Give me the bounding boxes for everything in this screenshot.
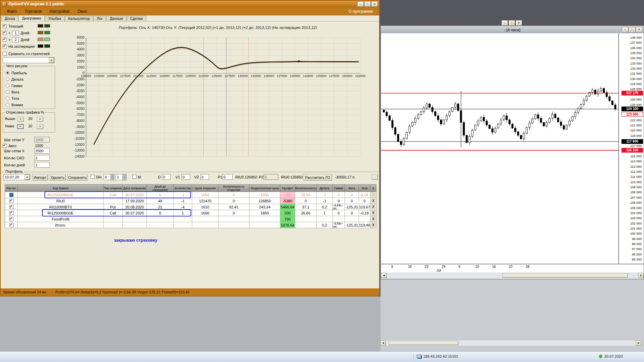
bg-minimize-button[interactable]: – [501,20,508,26]
app-scroll-track[interactable] [386,340,636,346]
portfolio-date-select[interactable]: 10.07.20 ▼ [3,174,30,180]
column-header[interactable]: Тета [359,185,370,192]
row-calc-checkbox[interactable] [9,211,13,215]
bg-maximize-button[interactable]: □ [509,20,515,26]
plus2-checkbox[interactable] [3,38,7,42]
line-color-swatch[interactable] [44,24,50,28]
terminal-maximize-button[interactable]: □ [629,27,635,32]
above-increase-button[interactable]: > [37,117,43,122]
candlestick-chart[interactable] [381,33,618,264]
dh-spinner-1[interactable]: 0 ▲▼ [104,174,114,180]
tab-Сделки[interactable]: Сделки [127,16,146,21]
grid-step-x-input[interactable] [34,148,50,154]
column-header[interactable]: Количество [174,185,192,192]
grid-step-y-input[interactable] [34,137,50,143]
compare-checkbox[interactable] [3,52,7,56]
v2-input[interactable] [200,174,209,180]
minimize-button[interactable]: – [357,1,364,7]
radio-icon[interactable] [6,71,9,75]
save-button[interactable]: Сохранить [67,174,87,180]
below-increase-button[interactable]: > [37,124,43,129]
table-row[interactable]: RIU017.09.202049-11214700126850-53800-10… [5,198,376,204]
scroll-left-button[interactable]: ◄ [381,273,387,278]
import-button[interactable]: Импорт [32,174,48,180]
line-color-swatch[interactable] [38,24,43,28]
current-checkbox[interactable] [3,24,7,28]
v1-input[interactable] [182,174,190,180]
expiration-checkbox[interactable] [3,44,7,48]
table-row[interactable]: FixedProfit790X [5,216,376,222]
draw-option-Тета[interactable]: Тета [3,95,55,102]
payoff-chart[interactable]: -14000-13000-12000-11000-10000-9000-8000… [57,33,378,168]
plus1-checkbox[interactable] [3,31,7,35]
delete-row-button[interactable]: X [370,204,376,210]
column-header[interactable]: Профит [280,185,295,192]
dh-checkbox[interactable] [91,175,95,179]
calc-go-button[interactable]: Рассчитать ГО [303,174,332,180]
menu-about[interactable]: О программе [349,9,373,14]
column-header[interactable]: Дней до погашения [147,185,174,192]
app-h-scrollbar[interactable]: ◄ ► [380,340,641,346]
radio-icon[interactable] [6,84,9,87]
terminal-minimize-button[interactable]: – [622,27,628,32]
column-header[interactable]: Теоретическая цена [249,185,280,192]
scroll-track[interactable] [387,273,638,278]
app-scroll-right-button[interactable]: ► [636,340,641,346]
delete-row-button[interactable]: X [370,210,376,216]
column-header[interactable]: Цена открытия [192,185,218,192]
menu-trade[interactable]: Торговля [25,9,42,14]
draw-option-Вега[interactable]: Вега [3,89,55,95]
plus1-days-input[interactable] [12,31,19,36]
menu-window[interactable]: Окно [78,9,87,14]
d-input[interactable] [162,174,171,180]
column-header[interactable]: Дельта [317,185,333,192]
delete-row-button[interactable]: X [370,192,376,198]
radio-icon[interactable] [6,90,9,94]
draw-option-Гамма[interactable]: Гамма [3,82,55,89]
terminal-close-button[interactable]: ✕ [636,27,642,32]
line-color-swatch[interactable] [38,38,43,41]
tab-Диаграмма[interactable]: Диаграмма [18,15,44,21]
line-color-swatch[interactable] [44,38,50,41]
line-color-swatch[interactable] [44,44,50,48]
column-header[interactable]: Тип опциона [104,185,123,192]
more-button[interactable]: .. [372,174,378,180]
line-color-swatch[interactable] [44,31,50,34]
tab-Улыбка[interactable]: Улыбка [45,16,65,21]
below-decrease-button[interactable]: < [17,124,24,129]
candlestick-chart-area[interactable] [381,33,618,264]
row-calc-checkbox[interactable] [9,223,13,227]
dh-spinner-2[interactable]: 1 ▲▼ [116,174,126,180]
tab-Калькулятор[interactable]: Калькулятор [65,16,93,21]
radio-icon[interactable] [6,96,9,100]
dropdown-arrow-icon[interactable]: ▼ [49,57,54,63]
delete-row-button[interactable]: X [370,216,376,222]
row-calc-checkbox[interactable] [9,199,13,203]
column-header[interactable]: Расчет [5,185,18,192]
tab-Данные[interactable]: Данные [106,16,126,21]
line-color-swatch[interactable] [38,31,43,34]
sko-count-input[interactable] [34,155,50,161]
tray-clock[interactable]: 30.07.2020 [599,354,623,358]
row-calc-checkbox[interactable] [9,193,13,197]
delete-row-button[interactable]: X [370,198,376,204]
days-count-input[interactable] [34,162,50,168]
draw-option-Прибыль[interactable]: Прибыль [3,70,55,76]
auto-checkbox[interactable] [3,144,7,148]
scroll-thumb[interactable] [502,273,628,278]
table-row[interactable]: Итого:1076,640,2-3,6E-05-125,31110,49X [5,222,376,228]
column-header[interactable]: Код бумаги [18,185,104,192]
column-header[interactable]: Гамма [333,185,345,192]
terminal-h-scrollbar[interactable]: ◄ ► [381,273,644,278]
strategy-select[interactable]: ▼ [3,57,54,63]
app-scroll-left-button[interactable]: ◄ [380,340,386,346]
terminal-titlebar[interactable]: - [4 часа] – □ ✕ [381,26,643,33]
line-color-swatch[interactable] [38,44,43,48]
draw-option-Вомма[interactable]: Вомма [3,102,55,108]
scroll-right-button[interactable]: ► [638,273,644,278]
column-header[interactable]: Дата погашения [123,185,147,192]
above-decrease-button[interactable]: < [17,117,24,122]
m-checkbox[interactable] [132,175,136,179]
maximize-button[interactable]: □ [364,1,371,7]
row-calc-checkbox[interactable] [9,217,13,221]
